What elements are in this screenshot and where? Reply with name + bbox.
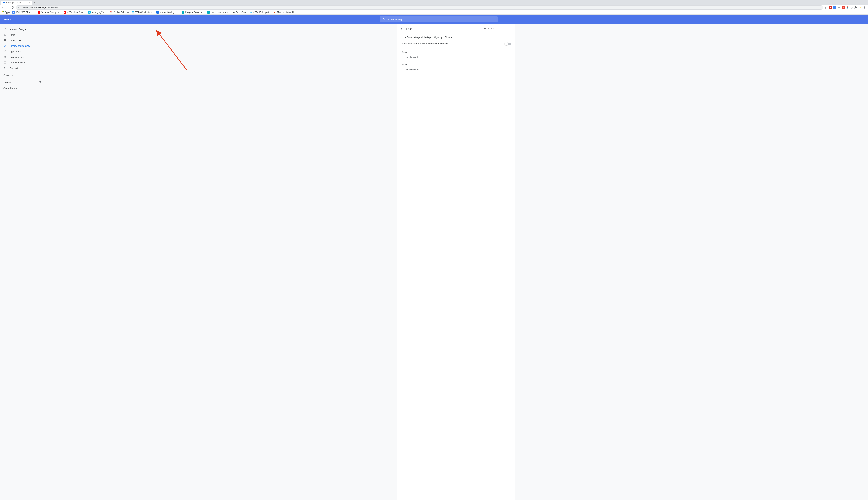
block-section-empty: No sites added <box>397 54 515 60</box>
sidebar-item-shield[interactable]: Safety check <box>0 37 44 43</box>
address-bar[interactable]: Chrome | chrome://settings/content/flash <box>16 5 823 10</box>
new-tab-button[interactable]: + <box>32 1 37 5</box>
block-section-label: Block <box>397 47 515 54</box>
browser-icon <box>3 61 7 64</box>
extension-icon[interactable]: ♪ <box>833 6 836 9</box>
bookmark-label: BookedCalendar <box>114 11 129 13</box>
sidebar-item-search[interactable]: Search engine <box>0 54 44 60</box>
content-back-button[interactable] <box>399 27 404 31</box>
svg-point-4 <box>864 7 865 8</box>
sidebar-item-label: Safety check <box>10 39 23 42</box>
sidebar-item-label: Default browser <box>10 61 25 64</box>
bookmark-item[interactable]: 🌐VCFA Graduation… <box>132 11 153 13</box>
sidebar-about-label: About Chrome <box>3 87 18 89</box>
browser-toolbar: Chrome | chrome://settings/content/flash… <box>0 5 868 10</box>
bookmark-item[interactable]: Vermont College o… <box>38 11 61 13</box>
svg-point-16 <box>4 51 5 51</box>
extension-icon[interactable]: 🛍 <box>842 6 845 9</box>
nav-forward-button[interactable] <box>6 5 10 9</box>
bookmark-star-icon[interactable] <box>824 5 828 9</box>
bookmark-item[interactable]: 📅BookedCalendar <box>110 11 129 13</box>
bookmark-label: VCFA IT Support… <box>253 11 271 13</box>
bookmark-item[interactable]: VManaging Vimeo <box>88 11 107 13</box>
shield-icon <box>3 39 7 42</box>
block-flash-toggle-row: Block sites from running Flash (recommen… <box>397 40 515 47</box>
sidebar-extensions-link[interactable]: Extensions <box>0 80 44 85</box>
extensions-puzzle-icon[interactable] <box>854 6 857 9</box>
bookmark-label: Apps <box>5 11 10 13</box>
open-external-icon <box>38 81 41 83</box>
block-flash-toggle[interactable] <box>505 43 511 45</box>
sidebar-extensions-label: Extensions <box>3 81 14 84</box>
nav-back-button[interactable] <box>1 5 5 9</box>
flash-info-text: Your Flash settings will be kept until y… <box>397 32 515 40</box>
close-tab-icon[interactable]: × <box>29 1 31 4</box>
chrome-menu-icon[interactable] <box>863 5 866 9</box>
svg-point-14 <box>5 45 5 46</box>
content-search-input[interactable] <box>488 27 512 30</box>
bookmark-item[interactable]: Vermont College o… <box>157 11 179 13</box>
bookmark-item[interactable]: ☁VCFA IT Support… <box>250 11 271 13</box>
content-search[interactable] <box>484 27 512 30</box>
sidebar-advanced-toggle[interactable]: Advanced <box>0 72 44 78</box>
sidebar-item-browser[interactable]: Default browser <box>0 60 44 65</box>
sidebar-item-security[interactable]: Privacy and security <box>0 43 44 49</box>
sidebar-item-label: You and Google <box>10 28 26 31</box>
tab-strip: Settings - Flash × + <box>0 0 868 5</box>
svg-point-21 <box>484 28 486 29</box>
bookmark-item[interactable]: ◧Microsoft Office H… <box>274 11 296 13</box>
svg-point-15 <box>4 50 6 53</box>
sidebar-about-link[interactable]: About Chrome <box>0 85 44 91</box>
autofill-icon <box>3 33 7 36</box>
svg-point-19 <box>4 56 5 57</box>
browser-tab[interactable]: Settings - Flash × <box>1 1 32 5</box>
site-icon <box>207 11 210 13</box>
site-info-icon[interactable] <box>18 7 20 9</box>
settings-search-bar[interactable] <box>380 16 498 22</box>
nav-reload-button[interactable] <box>11 5 14 9</box>
extension-icon[interactable]: 📍 <box>846 6 849 9</box>
sidebar-item-person[interactable]: You and Google <box>0 26 44 32</box>
sidebar-item-autofill[interactable]: Autofill <box>0 32 44 37</box>
sidebar-item-label: Appearance <box>10 50 22 53</box>
extension-icon[interactable]: 🛡 <box>858 6 861 9</box>
settings-header: Settings <box>0 14 868 24</box>
bookmark-label: BetterCloud <box>236 11 247 13</box>
svg-rect-2 <box>19 7 19 7</box>
extension-icon[interactable]: ▢ <box>850 6 853 9</box>
toggle-knob <box>505 42 508 45</box>
paint-icon <box>3 50 7 53</box>
sidebar-item-paint[interactable]: Appearance <box>0 49 44 54</box>
bookmark-label: Vermont College o… <box>160 11 179 13</box>
sidebar-item-power[interactable]: On startup <box>0 65 44 71</box>
page-title: Flash <box>406 27 412 30</box>
bookmark-item[interactable]: Apps <box>1 11 10 13</box>
bookmark-item[interactable]: Livestream - Verm… <box>207 11 230 13</box>
url-scheme: Chrome <box>21 6 28 9</box>
youtube-icon <box>64 11 66 13</box>
site-icon <box>157 11 159 13</box>
svg-point-5 <box>864 8 865 8</box>
bookmark-item[interactable]: ☁BetterCloud <box>232 11 247 13</box>
site-icon <box>182 11 184 13</box>
search-icon <box>3 55 7 58</box>
settings-gear-icon <box>3 2 5 4</box>
svg-rect-13 <box>4 34 6 35</box>
svg-point-11 <box>383 19 384 20</box>
bookmark-item[interactable]: VCFA Music Com… <box>64 11 85 13</box>
svg-rect-1 <box>19 7 19 8</box>
block-flash-toggle-label: Block sites from running Flash (recommen… <box>401 42 448 45</box>
svg-marker-10 <box>65 12 65 13</box>
svg-point-12 <box>4 28 5 29</box>
bookmark-item[interactable]: 10/1/2020 DEIreso… <box>12 11 35 13</box>
svg-rect-6 <box>13 12 14 12</box>
extension-icon[interactable]: ■ <box>829 6 832 9</box>
url-rest: /content/flash <box>46 6 58 9</box>
settings-search-input[interactable] <box>387 18 495 21</box>
bookmark-item[interactable]: Program Common… <box>182 11 205 13</box>
sidebar-item-label: Privacy and security <box>10 45 30 47</box>
bookmark-label: 10/1/2020 DEIreso… <box>16 11 35 13</box>
extension-icon[interactable]: ◆ <box>837 6 841 9</box>
sidebar-advanced-label: Advanced <box>3 74 13 76</box>
globe-icon: 🌐 <box>132 11 134 13</box>
